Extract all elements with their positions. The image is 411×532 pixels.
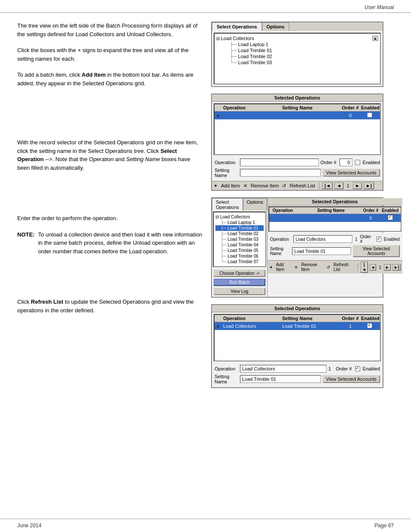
form-row-setting-2: SettingName View Selected Accounts: [215, 168, 380, 178]
tab-select-operations-1[interactable]: Select Operations: [212, 22, 262, 31]
remove-item-btn-2[interactable]: Remove Item: [249, 182, 280, 189]
page-footer: June 2014 Page 87: [0, 519, 411, 532]
setting-input-4[interactable]: [240, 375, 321, 383]
form-fields-4: Operation 1 Order # Enabled SettingName …: [212, 363, 383, 387]
tree3-trimble04-label: Load Trimble 04: [227, 243, 258, 247]
grid-row-empty-2[interactable]: ► 0: [215, 112, 380, 120]
nav-page-3: 1: [378, 265, 382, 270]
tree3-trimble02-label: Load Trimble 02: [227, 231, 258, 236]
row-enabled-3[interactable]: [388, 215, 393, 220]
panel4-title: Selected Operations: [212, 305, 383, 312]
grid-2: Operation Setting Name Order # Enabled ►…: [214, 103, 381, 155]
add-icon-3: ✦: [269, 265, 273, 270]
form-fields-2: Operation Order # Enabled SettingName Vi…: [212, 157, 383, 181]
panel2-title: Selected Operations: [212, 94, 383, 102]
tree3-root[interactable]: ⊟ Load Collectors: [215, 214, 264, 220]
col-operation-4: Operation: [221, 316, 280, 321]
tree-item-trimble02[interactable]: ├─ Load Trimble 02: [216, 53, 378, 59]
row-enabled-checkbox-2[interactable]: [367, 112, 372, 118]
operation-input-4[interactable]: [240, 365, 327, 373]
form-row-op-4: Operation 1 Order # Enabled: [215, 365, 380, 373]
nav-page-2: 1: [345, 183, 351, 188]
tree3-root-label: Load Collectors: [220, 215, 250, 219]
grid-empty-space-2: [215, 120, 380, 154]
tree-item-label-0: Load Laptop 1: [238, 42, 268, 47]
operation-input-3[interactable]: [293, 235, 352, 243]
nav-last-3[interactable]: ►|: [392, 264, 401, 271]
view-accounts-btn-4[interactable]: View Selected Accounts: [323, 375, 380, 383]
paragraph-4: With the record selector of the Selected…: [17, 138, 202, 172]
dual-right-3: Selected Operations Operation Setting Na…: [268, 198, 402, 297]
note-block: NOTE: To unload a collection device and …: [17, 230, 202, 256]
refresh-btn-3[interactable]: Refresh List: [332, 261, 355, 273]
panel-selected-operations-4: Selected Operations Operation Setting Na…: [211, 304, 383, 388]
scrollbar-up[interactable]: ▲: [372, 36, 378, 41]
run-batch-btn-3[interactable]: Run Batch: [214, 279, 265, 286]
col-order-4: Order #: [339, 316, 361, 321]
add-item-btn-2[interactable]: Add Item: [219, 182, 242, 189]
view-accounts-btn-2[interactable]: View Selected Accounts: [323, 169, 380, 177]
dual-tab-options-3[interactable]: Options: [243, 198, 267, 211]
refresh-btn-2[interactable]: Refresh List: [288, 182, 317, 189]
grid-empty-3: [269, 222, 401, 231]
tree3-trimble05[interactable]: ├─ Load Trimble 05: [215, 248, 264, 253]
row-setting-4: Load Trimble 01: [280, 324, 339, 329]
tree-item-label-3: Load Trimble 03: [238, 60, 272, 65]
tree3-trimble07-label: Load Trimble 07: [227, 259, 258, 264]
setting-input-2[interactable]: [240, 169, 321, 177]
tree-item-trimble03[interactable]: └─ Load Trimble 03: [216, 59, 378, 65]
tree3-trimble05-label: Load Trimble 05: [227, 248, 258, 253]
tree-item-label-2: Load Trimble 02: [238, 54, 272, 59]
nav-next-2[interactable]: ►: [353, 182, 362, 189]
refresh-icon-2: ↺: [282, 183, 286, 189]
nav-prev-3[interactable]: ◄: [370, 264, 377, 271]
paragraph-2: Click the boxes with the + signs to expa…: [17, 46, 202, 63]
grid-empty-4: [215, 330, 380, 361]
choose-operation-btn-3[interactable]: Choose Operation ->: [214, 270, 265, 277]
tree3-trimble03[interactable]: ├─ Load Trimble 03: [215, 236, 264, 242]
row-enabled-4[interactable]: [367, 323, 372, 328]
nav-first-3[interactable]: |◄: [361, 261, 368, 273]
operation-input-2[interactable]: [240, 159, 319, 166]
nav-prev-2[interactable]: ◄: [334, 182, 343, 189]
grid-row-3[interactable]: 0: [269, 214, 401, 222]
nav-last-2[interactable]: ►|: [364, 182, 374, 189]
dual-tabs-3: Select Operations Options: [212, 198, 267, 211]
add-icon-2: ✦: [214, 183, 218, 189]
panel-selected-operations-2: Selected Operations Operation Setting Na…: [211, 93, 383, 191]
view-accounts-btn-3[interactable]: View Selected Accounts: [353, 245, 399, 257]
tab-options-1[interactable]: Options: [262, 22, 290, 31]
tree-panel-1: ⊟ Load Collectors ▲ ├─ Load Laptop 1 ├─ …: [214, 33, 381, 84]
paragraph-1: The tree view on the left side of the Ba…: [17, 22, 202, 38]
order-input-2[interactable]: [339, 159, 352, 166]
enabled-checkbox-4[interactable]: [355, 366, 360, 371]
panel-select-operations-1: Select Operations Options ⊟ Load Collect…: [211, 22, 383, 87]
remove-item-btn-3[interactable]: Remove Item: [299, 261, 325, 273]
form-row-op-3: Operation 1 Order # Enabled: [270, 234, 400, 244]
tree3-trimble01-selected[interactable]: ├─ Load Trimble 01: [215, 225, 264, 231]
paragraph-5: Enter the order to perform the operation…: [17, 214, 202, 223]
tree3-laptop[interactable]: ├─ Load Laptop 1: [215, 220, 264, 225]
dual-tab-select-3[interactable]: Select Operations: [212, 198, 243, 211]
view-log-btn-3[interactable]: View Log: [214, 288, 265, 295]
nav-next-3[interactable]: ►: [384, 264, 391, 271]
setting-input-3[interactable]: [292, 247, 351, 255]
tree3-trimble02[interactable]: ├─ Load Trimble 02: [215, 231, 264, 236]
add-item-btn-3[interactable]: Add Item: [274, 261, 293, 273]
col-order-2: Order #: [339, 105, 361, 110]
enabled-checkbox-3[interactable]: [377, 236, 381, 242]
col-setting-4: Setting Name: [280, 316, 339, 321]
tree3-trimble04[interactable]: ├─ Load Trimble 04: [215, 242, 264, 248]
tree-item-label-1: Load Trimble 01: [238, 48, 272, 53]
tree-item-trimble01[interactable]: ├─ Load Trimble 01: [216, 47, 378, 53]
tree-collapse-icon[interactable]: ⊟: [216, 36, 220, 41]
enabled-checkbox-2[interactable]: [355, 160, 360, 165]
nav-first-2[interactable]: |◄: [322, 182, 333, 189]
grid-row-4[interactable]: ► Load Collectors Load Trimble 01 1: [215, 322, 380, 330]
tree3-trimble07[interactable]: └─ Load Trimble 07: [215, 259, 264, 264]
grid-header-3: Operation Setting Name Order # Enabled: [269, 207, 401, 214]
header-title: User Manual: [364, 4, 394, 10]
tree-root[interactable]: ⊟ Load Collectors ▲: [216, 35, 378, 41]
tree3-trimble06[interactable]: ├─ Load Trimble 06: [215, 253, 264, 259]
tree-item-laptop[interactable]: ├─ Load Laptop 1: [216, 41, 378, 47]
